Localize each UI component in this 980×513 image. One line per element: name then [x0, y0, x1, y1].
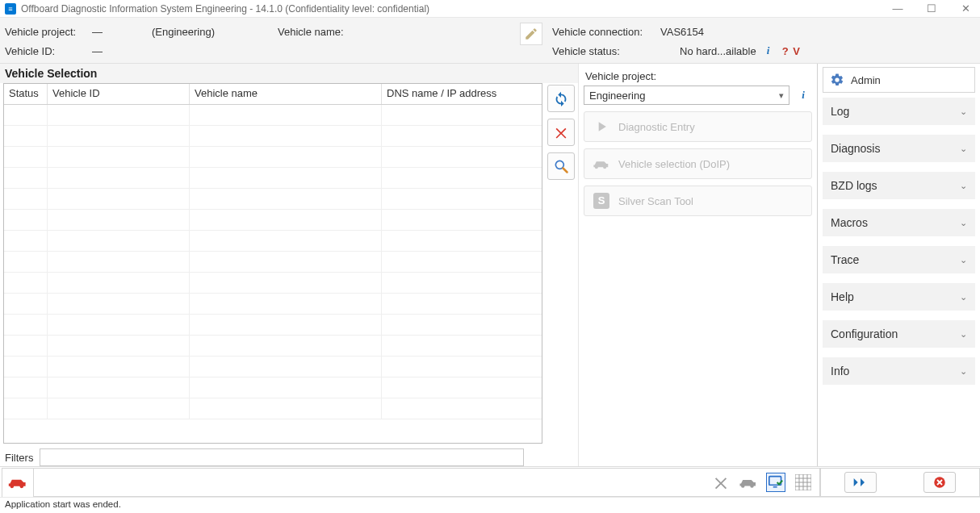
table-row[interactable] — [4, 126, 542, 147]
table-row[interactable] — [4, 252, 542, 273]
close-button[interactable]: ✕ — [956, 2, 975, 15]
s-icon: S — [593, 192, 610, 210]
accordion-configuration[interactable]: Configuration⌄ — [823, 320, 975, 348]
table-row[interactable] — [4, 398, 542, 419]
accordion-log[interactable]: Log⌄ — [823, 98, 975, 125]
car-grey-icon[interactable] — [739, 473, 758, 492]
maximize-button[interactable]: ☐ — [922, 2, 941, 15]
table-header: Status Vehicle ID Vehicle name DNS name … — [4, 84, 542, 105]
table-row[interactable] — [4, 315, 542, 336]
minimize-button[interactable]: — — [888, 2, 907, 15]
col-mid: Vehicle project: Engineering ▾ i Diagnos… — [578, 64, 817, 466]
question-v-icon[interactable]: ? V — [782, 45, 801, 57]
expand-icon: ⌄ — [960, 106, 967, 117]
col-vehicle-id[interactable]: Vehicle ID — [48, 84, 190, 104]
silver-scan-tool-button: S Silver Scan Tool — [584, 186, 812, 216]
filters-input[interactable] — [40, 448, 524, 466]
grid-icon[interactable] — [794, 473, 813, 492]
accordion-trace[interactable]: Trace⌄ — [823, 246, 975, 273]
expand-icon: ⌄ — [960, 329, 967, 340]
table-row[interactable] — [4, 377, 542, 398]
bottom-main — [34, 468, 820, 497]
expand-icon: ⌄ — [960, 218, 967, 228]
svg-line-1 — [563, 169, 567, 173]
bottom-toolbar — [0, 466, 980, 497]
edit-icon[interactable] — [520, 23, 542, 45]
monitor-check-icon[interactable] — [766, 473, 785, 492]
forward-button[interactable] — [844, 472, 877, 493]
bottom-right — [820, 468, 980, 497]
delete-button[interactable] — [547, 119, 575, 146]
vehicle-name-label: Vehicle name: — [278, 26, 344, 38]
combo-value: Engineering — [589, 90, 645, 102]
gear-icon — [830, 73, 844, 87]
stop-button[interactable] — [923, 472, 956, 493]
app-icon: ≡ — [5, 3, 16, 15]
vehicle-table[interactable]: Status Vehicle ID Vehicle name DNS name … — [3, 83, 542, 444]
vehicle-status-label: Vehicle status: — [552, 45, 660, 57]
vehicle-project-combo[interactable]: Engineering ▾ — [584, 86, 789, 105]
table-row[interactable] — [4, 231, 542, 252]
titlebar: ≡ Offboard Diagnostic Information System… — [0, 0, 980, 18]
expand-icon: ⌄ — [960, 292, 967, 302]
window-title: Offboard Diagnostic Information System E… — [21, 3, 888, 15]
vehicle-id-label: Vehicle ID: — [5, 45, 92, 57]
admin-label: Admin — [851, 74, 881, 86]
col-left: Vehicle Selection Status Vehicle ID Vehi… — [0, 64, 578, 466]
status-text: Application start was ended. — [5, 499, 121, 509]
accordion-diagnosis[interactable]: Diagnosis⌄ — [823, 135, 975, 162]
table-row[interactable] — [4, 168, 542, 189]
expand-icon: ⌄ — [960, 181, 967, 191]
vehicle-connection-label: Vehicle connection: — [552, 26, 660, 38]
expand-icon: ⌄ — [960, 366, 967, 377]
table-row[interactable] — [4, 357, 542, 377]
accordion-bzd-logs[interactable]: BZD logs⌄ — [823, 172, 975, 199]
table-row[interactable] — [4, 105, 542, 126]
diagnostic-entry-button: Diagnostic Entry — [584, 111, 812, 142]
info-icon[interactable]: i — [761, 44, 776, 58]
header: Vehicle project: — (Engineering) Vehicle… — [0, 18, 980, 64]
table-body — [4, 105, 542, 419]
accordion-info[interactable]: Info⌄ — [823, 357, 975, 385]
filters-label: Filters — [5, 452, 33, 464]
vehicle-id-value: — — [92, 45, 140, 57]
table-row[interactable] — [4, 294, 542, 315]
table-row[interactable] — [4, 336, 542, 357]
col-status[interactable]: Status — [4, 84, 48, 104]
chevron-down-icon: ▾ — [779, 90, 784, 101]
vehicle-selection-doip-button: Vehicle selection (DoIP) — [584, 148, 812, 179]
info-icon[interactable]: i — [794, 86, 812, 104]
vehicle-status-value: No hard...ailable — [680, 45, 756, 57]
main: Vehicle Selection Status Vehicle ID Vehi… — [0, 64, 980, 466]
expand-icon: ⌄ — [960, 255, 967, 265]
play-icon — [593, 118, 610, 136]
vehicle-project-label-mid: Vehicle project: — [585, 70, 810, 82]
refresh-button[interactable] — [547, 85, 575, 112]
admin-box[interactable]: Admin — [823, 67, 975, 93]
diagnostic-entry-label: Diagnostic Entry — [618, 121, 695, 133]
col-vehicle-name[interactable]: Vehicle name — [190, 84, 382, 104]
status-bar: Application start was ended. — [0, 497, 980, 513]
table-row[interactable] — [4, 210, 542, 231]
vehicle-connection-value: VAS6154 — [660, 26, 704, 38]
accordion-help[interactable]: Help⌄ — [823, 283, 975, 311]
expand-icon: ⌄ — [960, 144, 967, 154]
search-button[interactable] — [547, 152, 575, 180]
table-row[interactable] — [4, 147, 542, 168]
vehicle-selection-title: Vehicle Selection — [0, 64, 578, 83]
table-row[interactable] — [4, 189, 542, 210]
car-icon — [593, 155, 610, 173]
vehicle-project-value: — — [92, 26, 140, 38]
table-row[interactable] — [4, 273, 542, 294]
vehicle-selection-doip-label: Vehicle selection (DoIP) — [618, 158, 730, 170]
col-right: Admin Log⌄ Diagnosis⌄ BZD logs⌄ Macros⌄ … — [817, 64, 980, 466]
col-dns[interactable]: DNS name / IP address — [382, 84, 542, 104]
disconnect-icon[interactable] — [711, 473, 731, 492]
engineering-text: (Engineering) — [152, 26, 215, 38]
accordion-macros[interactable]: Macros⌄ — [823, 209, 975, 236]
silver-scan-tool-label: Silver Scan Tool — [618, 195, 693, 207]
vehicle-project-label: Vehicle project: — [5, 26, 92, 38]
tab-car[interactable] — [2, 468, 34, 497]
